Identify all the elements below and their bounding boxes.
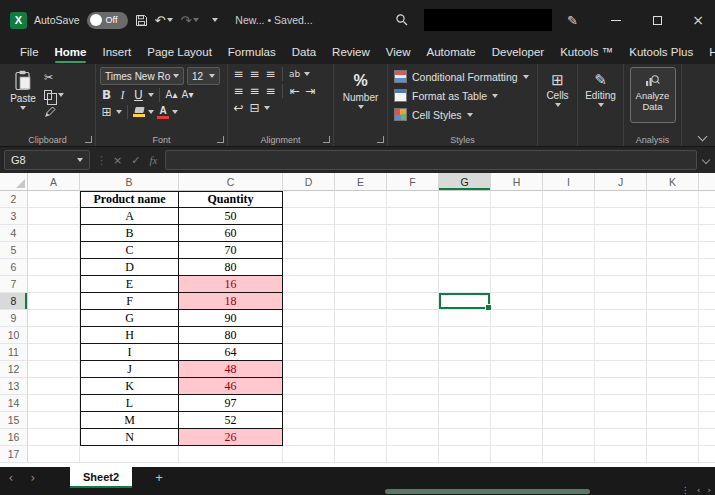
cell-D12[interactable]	[283, 361, 335, 378]
cell-D16[interactable]	[283, 429, 335, 446]
cell-J3[interactable]	[595, 208, 647, 225]
menu-item-home[interactable]: Home	[47, 42, 95, 62]
cell-C9[interactable]: 90	[179, 310, 283, 327]
cell-E2[interactable]	[335, 191, 387, 208]
menu-item-automate[interactable]: Automate	[419, 42, 484, 62]
pen-button[interactable]: ✎	[567, 13, 578, 28]
cell-F16[interactable]	[387, 429, 439, 446]
cell-J7[interactable]	[595, 276, 647, 293]
align-top-icon[interactable]: ≡	[232, 67, 245, 81]
menu-item-insert[interactable]: Insert	[94, 42, 139, 62]
cell-B8[interactable]: F	[80, 293, 179, 310]
fill-color-button[interactable]	[133, 107, 145, 117]
cell-J16[interactable]	[595, 429, 647, 446]
save-button[interactable]	[135, 14, 148, 27]
cell-K17[interactable]	[647, 446, 699, 463]
cell-K7[interactable]	[647, 276, 699, 293]
column-header-C[interactable]: C	[179, 173, 283, 191]
row-header-11[interactable]: 11	[0, 344, 28, 361]
ribbon-collapse-chevron-icon[interactable]	[698, 132, 708, 142]
cell-K3[interactable]	[647, 208, 699, 225]
row-header-13[interactable]: 13	[0, 378, 28, 395]
orientation-dropdown-icon[interactable]	[304, 72, 310, 76]
cell-H5[interactable]	[491, 242, 543, 259]
cell-J14[interactable]	[595, 395, 647, 412]
cell-A2[interactable]	[28, 191, 80, 208]
column-header-D[interactable]: D	[283, 173, 335, 191]
formula-input[interactable]	[165, 150, 697, 170]
cell-E9[interactable]	[335, 310, 387, 327]
cell-D14[interactable]	[283, 395, 335, 412]
menu-item-help[interactable]: Help	[701, 42, 715, 62]
cell-A16[interactable]	[28, 429, 80, 446]
cell-A10[interactable]	[28, 327, 80, 344]
sheet-nav-left-icon[interactable]: ‹	[0, 471, 22, 485]
cell-J4[interactable]	[595, 225, 647, 242]
italic-button[interactable]: I	[116, 88, 129, 102]
increase-font-button[interactable]: A▴	[165, 88, 178, 102]
cell-C4[interactable]: 60	[179, 225, 283, 242]
cell-H2[interactable]	[491, 191, 543, 208]
alignment-dialog-launcher[interactable]	[323, 136, 330, 143]
cell-I14[interactable]	[543, 395, 595, 412]
cell-D11[interactable]	[283, 344, 335, 361]
cell-I16[interactable]	[543, 429, 595, 446]
cell-D6[interactable]	[283, 259, 335, 276]
select-all-corner[interactable]	[0, 173, 28, 191]
cell-I7[interactable]	[543, 276, 595, 293]
copy-dropdown-icon[interactable]	[58, 93, 64, 97]
search-button[interactable]	[395, 13, 409, 27]
font-name-select[interactable]: Times New Ro	[100, 67, 184, 85]
align-center-icon[interactable]: ≡	[248, 84, 261, 98]
cell-A13[interactable]	[28, 378, 80, 395]
paste-dropdown-icon[interactable]	[20, 106, 26, 110]
align-middle-icon[interactable]: ≡	[248, 67, 261, 81]
cell-F6[interactable]	[387, 259, 439, 276]
row-header-10[interactable]: 10	[0, 327, 28, 344]
row-header-8[interactable]: 8	[0, 293, 28, 310]
cell-F5[interactable]	[387, 242, 439, 259]
cell-H12[interactable]	[491, 361, 543, 378]
column-header-B[interactable]: B	[80, 173, 179, 191]
redo-dropdown-icon[interactable]	[193, 18, 199, 22]
column-header-E[interactable]: E	[335, 173, 387, 191]
cell-F8[interactable]	[387, 293, 439, 310]
cell-D9[interactable]	[283, 310, 335, 327]
cell-E3[interactable]	[335, 208, 387, 225]
cell-A14[interactable]	[28, 395, 80, 412]
column-header-H[interactable]: H	[491, 173, 543, 191]
menu-item-data[interactable]: Data	[284, 42, 324, 62]
scroll-right-icon[interactable]: ›	[707, 485, 711, 495]
increase-indent-icon[interactable]: ⇥	[304, 84, 317, 98]
cell-K13[interactable]	[647, 378, 699, 395]
row-header-14[interactable]: 14	[0, 395, 28, 412]
cell-E15[interactable]	[335, 412, 387, 429]
cell-A3[interactable]	[28, 208, 80, 225]
column-header-K[interactable]: K	[647, 173, 699, 191]
cell-F10[interactable]	[387, 327, 439, 344]
cell-D7[interactable]	[283, 276, 335, 293]
cell-F4[interactable]	[387, 225, 439, 242]
cell-J2[interactable]	[595, 191, 647, 208]
fill-color-dropdown-icon[interactable]	[148, 110, 154, 114]
cancel-entry-button[interactable]: ×	[113, 154, 122, 167]
cell-K2[interactable]	[647, 191, 699, 208]
cell-H17[interactable]	[491, 446, 543, 463]
cell-G11[interactable]	[439, 344, 491, 361]
confirm-entry-button[interactable]: ✓	[131, 154, 140, 167]
menu-item-developer[interactable]: Developer	[484, 42, 552, 62]
cell-B10[interactable]: H	[80, 327, 179, 344]
cell-B3[interactable]: A	[80, 208, 179, 225]
cut-button[interactable]: ✂	[44, 71, 64, 84]
cell-D8[interactable]	[283, 293, 335, 310]
undo-button[interactable]: ↶	[155, 13, 174, 28]
cell-G6[interactable]	[439, 259, 491, 276]
cell-J12[interactable]	[595, 361, 647, 378]
cell-C16[interactable]: 26	[179, 429, 283, 446]
menu-item-kutools[interactable]: Kutools ™	[552, 42, 621, 62]
cell-I11[interactable]	[543, 344, 595, 361]
cell-E10[interactable]	[335, 327, 387, 344]
autosave-toggle[interactable]: Off	[87, 12, 128, 29]
format-painter-button[interactable]	[44, 105, 64, 118]
cell-G17[interactable]	[439, 446, 491, 463]
